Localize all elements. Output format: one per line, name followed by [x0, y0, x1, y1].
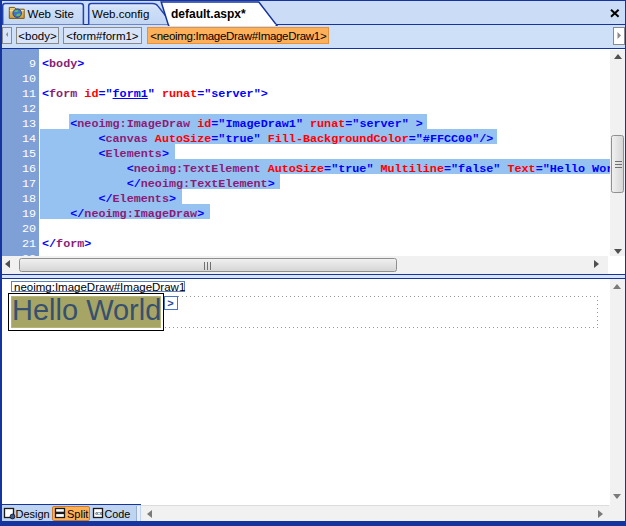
svg-text:default.aspx*: default.aspx*: [171, 7, 246, 21]
svg-text:Design: Design: [16, 508, 50, 520]
svg-text:Code: Code: [105, 508, 131, 520]
svg-text:«»: «»: [95, 510, 103, 517]
svg-text:Web Site: Web Site: [28, 8, 74, 20]
svg-text:Web.config: Web.config: [92, 8, 149, 20]
svg-text:Split: Split: [67, 508, 88, 520]
